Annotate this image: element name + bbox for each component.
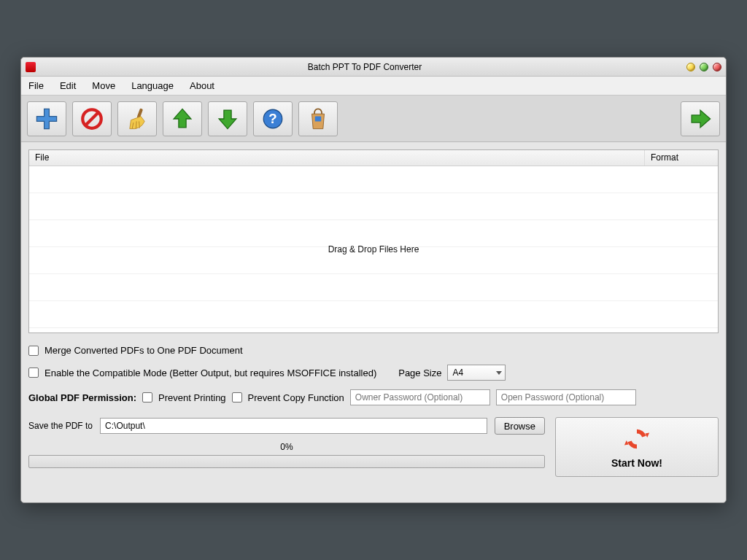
menu-move[interactable]: Move	[92, 80, 115, 91]
close-button[interactable]	[713, 63, 721, 71]
titlebar: Batch PPT To PDF Converter	[21, 58, 726, 77]
remove-button[interactable]	[72, 101, 112, 136]
column-format[interactable]: Format	[645, 150, 718, 166]
merge-checkbox[interactable]	[28, 346, 39, 356]
svg-text:?: ?	[268, 110, 276, 125]
prevent-print-label: Prevent Printing	[158, 392, 226, 403]
move-up-button[interactable]	[163, 101, 202, 136]
menu-file[interactable]: File	[28, 80, 44, 91]
merge-label: Merge Converted PDFs to One PDF Document	[44, 345, 243, 356]
arrow-down-icon	[215, 106, 240, 131]
arrow-right-icon	[688, 106, 713, 131]
buy-button[interactable]	[298, 101, 338, 136]
menu-language[interactable]: Language	[131, 80, 174, 91]
compat-label: Enable the Compatible Mode (Better Outpu…	[44, 368, 376, 378]
start-button[interactable]: Start Now!	[555, 417, 719, 477]
plus-icon	[34, 106, 59, 131]
bottom-panel: Save the PDF to Browse 0% Start Now!	[21, 413, 726, 486]
prevent-copy-label: Prevent Copy Function	[248, 392, 344, 403]
clear-button[interactable]	[117, 101, 157, 136]
options-panel: Merge Converted PDFs to One PDF Document…	[21, 333, 726, 413]
menu-edit[interactable]: Edit	[60, 80, 76, 91]
maximize-button[interactable]	[700, 63, 708, 71]
prevent-print-checkbox[interactable]	[142, 392, 152, 402]
app-window: Batch PPT To PDF Converter File Edit Mov…	[20, 57, 727, 503]
page-size-label: Page Size	[398, 368, 441, 378]
progress-label: 0%	[280, 442, 293, 452]
owner-password-input[interactable]	[350, 389, 490, 405]
progress-bar	[28, 455, 545, 468]
open-password-input[interactable]	[496, 389, 636, 405]
drop-hint: Drag & Drop Files Here	[328, 244, 419, 254]
chevron-down-icon	[496, 371, 502, 375]
svg-line-1	[86, 112, 98, 125]
column-file[interactable]: File	[29, 150, 645, 166]
refresh-icon	[622, 425, 651, 453]
arrow-up-icon	[170, 106, 195, 131]
drop-zone[interactable]: Drag & Drop Files Here	[29, 166, 718, 332]
shopping-bag-icon	[306, 106, 330, 131]
file-list: File Format Drag & Drop Files Here	[28, 149, 719, 333]
list-header: File Format	[29, 150, 718, 166]
toolbar: ?	[21, 96, 726, 142]
help-icon: ?	[260, 106, 285, 131]
help-button[interactable]: ?	[253, 101, 293, 136]
window-controls	[686, 63, 721, 71]
output-path-input[interactable]	[100, 418, 487, 434]
page-size-value: A4	[452, 368, 463, 378]
browse-button[interactable]: Browse	[495, 417, 545, 435]
app-icon	[26, 62, 36, 72]
compat-checkbox[interactable]	[28, 368, 39, 378]
menu-about[interactable]: About	[190, 80, 214, 91]
permission-label: Global PDF Permission:	[28, 392, 136, 403]
add-button[interactable]	[27, 101, 66, 136]
forbidden-icon	[80, 106, 104, 131]
go-button[interactable]	[681, 101, 720, 136]
window-title: Batch PPT To PDF Converter	[43, 62, 686, 72]
start-label: Start Now!	[611, 457, 662, 469]
broom-icon	[125, 106, 150, 131]
save-label: Save the PDF to	[28, 421, 93, 431]
svg-rect-5	[315, 116, 322, 121]
minimize-button[interactable]	[686, 63, 695, 71]
page-size-select[interactable]: A4	[447, 365, 506, 381]
prevent-copy-checkbox[interactable]	[232, 392, 242, 402]
menubar: File Edit Move Language About	[21, 77, 726, 96]
move-down-button[interactable]	[208, 101, 247, 136]
